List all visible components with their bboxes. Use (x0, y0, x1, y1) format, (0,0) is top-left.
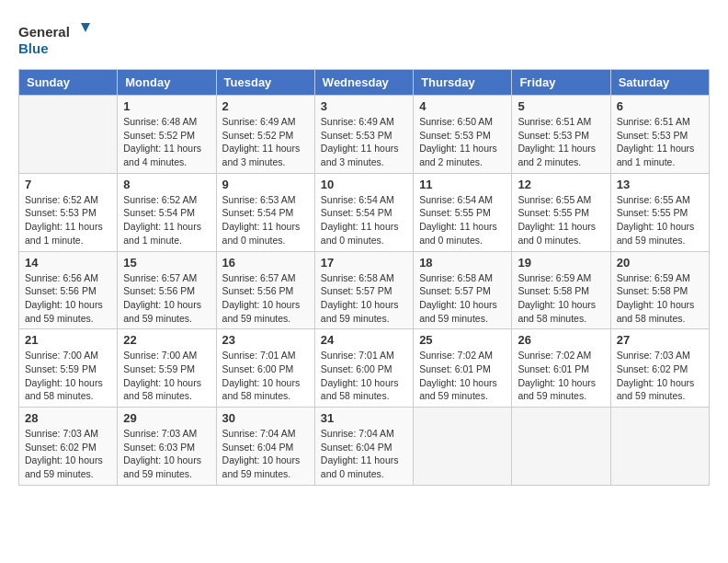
day-number: 15 (123, 256, 210, 270)
day-info: Sunrise: 7:03 AMSunset: 6:02 PMDaylight:… (25, 427, 111, 481)
day-number: 12 (518, 178, 604, 191)
week-row-3: 14Sunrise: 6:56 AMSunset: 5:56 PMDayligh… (19, 251, 710, 329)
day-info: Sunrise: 7:02 AMSunset: 6:01 PMDaylight:… (518, 349, 604, 403)
calendar-cell: 16Sunrise: 6:57 AMSunset: 5:56 PMDayligh… (216, 251, 314, 329)
day-info: Sunrise: 7:04 AMSunset: 6:04 PMDaylight:… (222, 427, 309, 481)
calendar-cell: 26Sunrise: 7:02 AMSunset: 6:01 PMDayligh… (512, 329, 610, 408)
day-number: 24 (321, 333, 407, 347)
day-number: 14 (25, 256, 111, 270)
day-info: Sunrise: 6:55 AMSunset: 5:55 PMDaylight:… (518, 193, 604, 247)
calendar-body: 1Sunrise: 6:48 AMSunset: 5:52 PMDaylight… (19, 96, 710, 486)
calendar-cell: 23Sunrise: 7:01 AMSunset: 6:00 PMDayligh… (216, 329, 314, 408)
day-header-saturday: Saturday (610, 70, 709, 96)
calendar-cell: 12Sunrise: 6:55 AMSunset: 5:55 PMDayligh… (512, 173, 610, 251)
day-number: 26 (518, 333, 604, 347)
day-number: 31 (321, 411, 407, 425)
calendar-cell (512, 408, 610, 486)
day-number: 22 (123, 333, 210, 347)
day-info: Sunrise: 6:52 AMSunset: 5:53 PMDaylight:… (25, 193, 111, 247)
day-info: Sunrise: 6:48 AMSunset: 5:52 PMDaylight:… (123, 115, 210, 169)
day-info: Sunrise: 6:56 AMSunset: 5:56 PMDaylight:… (25, 271, 111, 326)
day-header-tuesday: Tuesday (216, 70, 314, 96)
calendar-cell: 21Sunrise: 7:00 AMSunset: 5:59 PMDayligh… (19, 329, 118, 408)
calendar-cell: 22Sunrise: 7:00 AMSunset: 5:59 PMDayligh… (118, 329, 216, 408)
calendar-cell (610, 408, 709, 486)
calendar-cell: 29Sunrise: 7:03 AMSunset: 6:03 PMDayligh… (118, 408, 216, 486)
day-header-thursday: Thursday (414, 70, 512, 96)
day-number: 8 (123, 178, 210, 191)
day-info: Sunrise: 6:49 AMSunset: 5:53 PMDaylight:… (321, 115, 407, 169)
day-info: Sunrise: 6:53 AMSunset: 5:54 PMDaylight:… (222, 193, 309, 247)
day-info: Sunrise: 6:57 AMSunset: 5:56 PMDaylight:… (222, 271, 309, 326)
day-info: Sunrise: 7:01 AMSunset: 6:00 PMDaylight:… (222, 349, 309, 403)
calendar-cell: 3Sunrise: 6:49 AMSunset: 5:53 PMDaylight… (314, 96, 413, 174)
day-info: Sunrise: 7:03 AMSunset: 6:03 PMDaylight:… (123, 427, 210, 481)
calendar-cell: 6Sunrise: 6:51 AMSunset: 5:53 PMDaylight… (610, 96, 709, 174)
day-number: 11 (419, 178, 506, 191)
day-number: 30 (222, 411, 309, 425)
day-number: 29 (123, 411, 210, 425)
svg-text:Blue: Blue (18, 40, 49, 56)
calendar-cell: 13Sunrise: 6:55 AMSunset: 5:55 PMDayligh… (610, 173, 709, 251)
logo: General Blue (18, 18, 92, 60)
day-number: 20 (617, 256, 703, 270)
calendar-cell: 28Sunrise: 7:03 AMSunset: 6:02 PMDayligh… (19, 408, 118, 486)
calendar-table: SundayMondayTuesdayWednesdayThursdayFrid… (18, 69, 710, 486)
svg-marker-2 (81, 23, 90, 32)
calendar-cell: 17Sunrise: 6:58 AMSunset: 5:57 PMDayligh… (314, 251, 413, 329)
day-info: Sunrise: 7:01 AMSunset: 6:00 PMDaylight:… (321, 349, 407, 403)
week-row-2: 7Sunrise: 6:52 AMSunset: 5:53 PMDaylight… (19, 173, 710, 251)
calendar-cell: 31Sunrise: 7:04 AMSunset: 6:04 PMDayligh… (314, 408, 413, 486)
day-header-monday: Monday (118, 70, 216, 96)
day-number: 4 (419, 99, 506, 113)
week-row-1: 1Sunrise: 6:48 AMSunset: 5:52 PMDaylight… (19, 96, 710, 174)
day-header-wednesday: Wednesday (314, 70, 413, 96)
day-number: 3 (321, 99, 407, 113)
day-number: 1 (123, 99, 210, 113)
day-number: 21 (25, 333, 111, 347)
day-info: Sunrise: 7:00 AMSunset: 5:59 PMDaylight:… (25, 349, 111, 403)
day-number: 5 (518, 99, 604, 113)
calendar-cell: 25Sunrise: 7:02 AMSunset: 6:01 PMDayligh… (414, 329, 512, 408)
day-info: Sunrise: 6:58 AMSunset: 5:57 PMDaylight:… (321, 271, 407, 326)
calendar-cell: 18Sunrise: 6:58 AMSunset: 5:57 PMDayligh… (414, 251, 512, 329)
svg-text:General: General (18, 24, 70, 40)
calendar-cell (19, 96, 118, 174)
calendar-cell: 10Sunrise: 6:54 AMSunset: 5:54 PMDayligh… (314, 173, 413, 251)
day-info: Sunrise: 6:52 AMSunset: 5:54 PMDaylight:… (123, 193, 210, 247)
calendar-cell: 27Sunrise: 7:03 AMSunset: 6:02 PMDayligh… (610, 329, 709, 408)
calendar-cell: 9Sunrise: 6:53 AMSunset: 5:54 PMDaylight… (216, 173, 314, 251)
week-row-5: 28Sunrise: 7:03 AMSunset: 6:02 PMDayligh… (19, 408, 710, 486)
day-number: 19 (518, 256, 604, 270)
calendar-cell: 4Sunrise: 6:50 AMSunset: 5:53 PMDaylight… (414, 96, 512, 174)
calendar-cell: 14Sunrise: 6:56 AMSunset: 5:56 PMDayligh… (19, 251, 118, 329)
calendar-cell: 19Sunrise: 6:59 AMSunset: 5:58 PMDayligh… (512, 251, 610, 329)
day-header-sunday: Sunday (19, 70, 118, 96)
day-number: 25 (419, 333, 506, 347)
day-number: 10 (321, 178, 407, 191)
day-number: 13 (617, 178, 703, 191)
logo-svg: General Blue (18, 18, 92, 60)
day-info: Sunrise: 7:00 AMSunset: 5:59 PMDaylight:… (123, 349, 210, 403)
week-row-4: 21Sunrise: 7:00 AMSunset: 5:59 PMDayligh… (19, 329, 710, 408)
calendar-cell: 7Sunrise: 6:52 AMSunset: 5:53 PMDaylight… (19, 173, 118, 251)
day-info: Sunrise: 6:51 AMSunset: 5:53 PMDaylight:… (518, 115, 604, 169)
day-info: Sunrise: 6:55 AMSunset: 5:55 PMDaylight:… (617, 193, 703, 247)
day-number: 23 (222, 333, 309, 347)
day-number: 27 (617, 333, 703, 347)
day-info: Sunrise: 6:54 AMSunset: 5:55 PMDaylight:… (419, 193, 506, 247)
day-info: Sunrise: 6:49 AMSunset: 5:52 PMDaylight:… (222, 115, 309, 169)
calendar-cell: 30Sunrise: 7:04 AMSunset: 6:04 PMDayligh… (216, 408, 314, 486)
page-header: General Blue (18, 18, 710, 60)
day-info: Sunrise: 7:04 AMSunset: 6:04 PMDaylight:… (321, 427, 407, 481)
day-info: Sunrise: 6:51 AMSunset: 5:53 PMDaylight:… (617, 115, 703, 169)
day-info: Sunrise: 6:50 AMSunset: 5:53 PMDaylight:… (419, 115, 506, 169)
calendar-cell: 24Sunrise: 7:01 AMSunset: 6:00 PMDayligh… (314, 329, 413, 408)
day-number: 18 (419, 256, 506, 270)
day-number: 9 (222, 178, 309, 191)
day-number: 6 (617, 99, 703, 113)
calendar-cell: 1Sunrise: 6:48 AMSunset: 5:52 PMDaylight… (118, 96, 216, 174)
day-info: Sunrise: 7:03 AMSunset: 6:02 PMDaylight:… (617, 349, 703, 403)
day-number: 7 (25, 178, 111, 191)
day-info: Sunrise: 6:59 AMSunset: 5:58 PMDaylight:… (518, 271, 604, 326)
